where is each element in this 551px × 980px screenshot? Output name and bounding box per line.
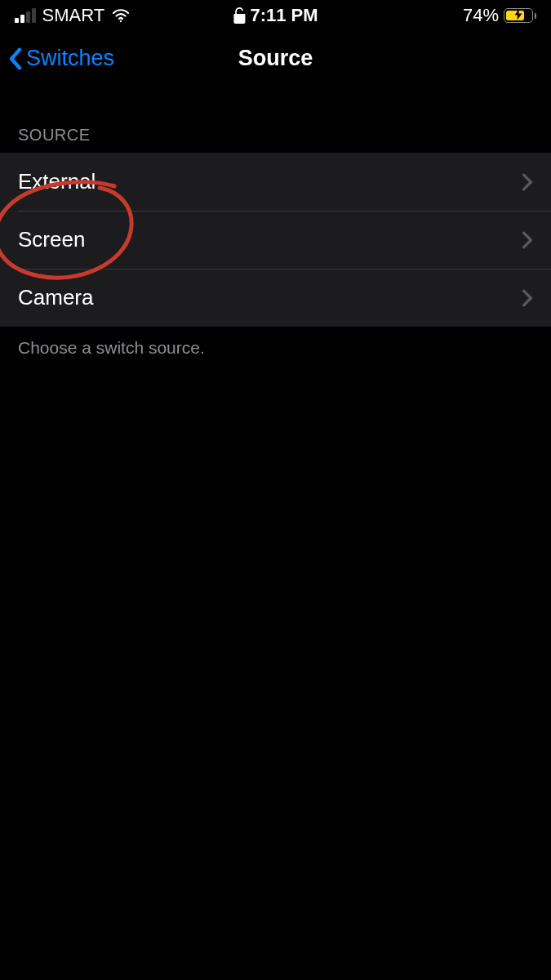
chevron-right-icon [522, 173, 533, 191]
status-bar: SMART 7:11 PM 74% [0, 0, 551, 31]
row-label: External [18, 169, 96, 194]
nav-bar: Switches Source [0, 31, 551, 87]
lock-open-icon [233, 7, 245, 24]
chevron-right-icon [522, 231, 533, 249]
row-screen[interactable]: Screen [0, 211, 551, 269]
back-label: Switches [26, 46, 114, 71]
status-center: 7:11 PM [233, 5, 318, 26]
row-label: Camera [18, 285, 93, 310]
page-title: Source [238, 46, 313, 71]
row-camera[interactable]: Camera [0, 269, 551, 327]
charging-bolt-icon [515, 9, 522, 23]
wifi-icon [111, 6, 131, 25]
back-button[interactable]: Switches [0, 46, 114, 71]
battery-percent-label: 74% [463, 5, 499, 26]
section-footer: Choose a switch source. [0, 327, 551, 369]
status-left: SMART [15, 5, 131, 26]
clock-time: 7:11 PM [250, 5, 318, 26]
section-header-source: Source [0, 87, 551, 153]
carrier-label: SMART [42, 5, 105, 26]
chevron-right-icon [522, 289, 533, 307]
svg-point-0 [120, 20, 122, 22]
row-label: Screen [18, 227, 85, 252]
source-table: External Screen Camera [0, 153, 551, 327]
signal-strength-icon [15, 8, 36, 23]
battery-icon [504, 8, 536, 23]
status-right: 74% [463, 5, 536, 26]
chevron-left-icon [7, 47, 24, 71]
row-external[interactable]: External [0, 153, 551, 211]
